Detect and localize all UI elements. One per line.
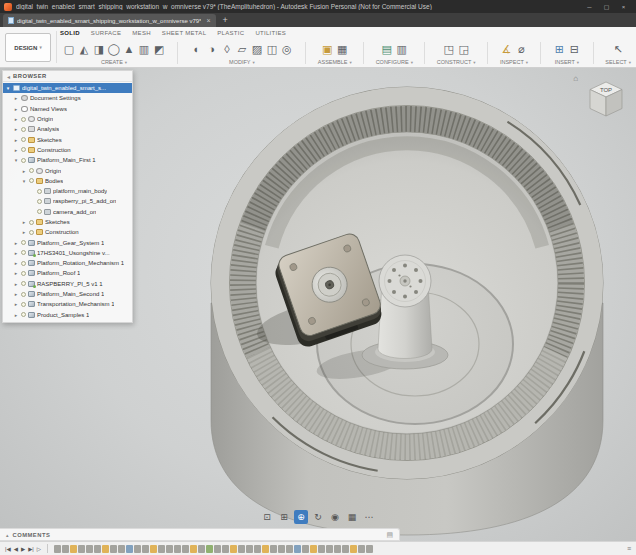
timeline-feature-icon[interactable] [286, 545, 293, 553]
ribbon-group-label[interactable]: INSERT▾ [555, 59, 579, 66]
browser-item[interactable]: ▸Analysis [3, 124, 132, 134]
select-arrow-icon[interactable]: ↖ [611, 42, 625, 58]
timeline-feature-icon[interactable] [166, 545, 173, 553]
caret-icon[interactable]: ▸ [21, 229, 27, 235]
go-to-end-icon[interactable]: ▶| [28, 546, 34, 552]
visibility-bulb-icon[interactable] [21, 158, 26, 163]
ribbon-group-label[interactable]: CREATE▾ [101, 59, 127, 66]
browser-item[interactable]: ▸Platform_Roof 1 [3, 268, 132, 278]
browser-item[interactable]: ▸Construction [3, 145, 132, 155]
configuration-icon[interactable]: ▥ [395, 42, 409, 58]
visibility-bulb-icon[interactable] [21, 302, 26, 307]
pattern-icon[interactable]: ◩ [152, 42, 166, 58]
visibility-bulb-icon[interactable] [21, 281, 26, 286]
offset-face-icon[interactable]: ◎ [280, 42, 294, 58]
visibility-bulb-icon[interactable] [21, 127, 26, 132]
ribbon-tab-plastic[interactable]: PLASTIC [217, 30, 244, 36]
browser-item[interactable]: ▸Construction [3, 227, 132, 237]
ribbon-group-label[interactable]: MODIFY▾ [229, 59, 255, 66]
timeline-feature-icon[interactable] [358, 545, 365, 553]
browser-item[interactable]: ▸Platform_Main_Second 1 [3, 289, 132, 299]
ribbon-tab-surface[interactable]: SURFACE [91, 30, 121, 36]
caret-icon[interactable]: ▸ [13, 126, 19, 132]
ribbon-group-label[interactable]: CONSTRUCT▾ [437, 59, 476, 66]
fillet-icon[interactable]: ◑ [205, 42, 219, 58]
timeline-feature-icon[interactable] [158, 545, 165, 553]
ribbon-tab-sheet-metal[interactable]: SHEET METAL [162, 30, 206, 36]
timeline-feature-icon[interactable] [174, 545, 181, 553]
ribbon-group-label[interactable]: SELECT▾ [605, 59, 631, 66]
display-settings-icon[interactable]: ▦ [345, 510, 359, 524]
browser-item[interactable]: ▸Origin [3, 114, 132, 124]
shell-icon[interactable]: ▱ [235, 42, 249, 58]
timeline-feature-icon[interactable] [366, 545, 373, 553]
caret-icon[interactable]: ▸ [13, 250, 19, 256]
timeline-feature-icon[interactable] [270, 545, 277, 553]
sweep-icon[interactable]: ▥ [137, 42, 151, 58]
visibility-bulb-icon[interactable] [21, 137, 26, 142]
insert-mesh-icon[interactable]: ⊞ [552, 42, 566, 58]
view-cube[interactable]: TOP [582, 76, 630, 124]
timeline-feature-icon[interactable] [334, 545, 341, 553]
timeline-feature-icon[interactable] [70, 545, 77, 553]
maximize-button[interactable]: ▢ [598, 0, 615, 13]
visibility-bulb-icon[interactable] [29, 168, 34, 173]
timeline-feature-icon[interactable] [294, 545, 301, 553]
caret-icon[interactable]: ▸ [13, 137, 19, 143]
play-icon[interactable]: ▷ [37, 546, 41, 552]
timeline-feature-icon[interactable] [238, 545, 245, 553]
caret-icon[interactable]: ▸ [13, 116, 19, 122]
caret-icon[interactable]: ▸ [13, 147, 19, 153]
visibility-bulb-icon[interactable] [21, 117, 26, 122]
timeline-feature-icon[interactable] [182, 545, 189, 553]
timeline-feature-icon[interactable] [254, 545, 261, 553]
minimize-button[interactable]: ─ [581, 0, 598, 13]
timeline-feature-icon[interactable] [342, 545, 349, 553]
browser-item[interactable]: platform_main_body [3, 186, 132, 196]
visibility-bulb-icon[interactable] [21, 250, 26, 255]
browser-item[interactable]: ▾Platform_Main_First 1 [3, 155, 132, 165]
browser-item[interactable]: ▸Named Views [3, 104, 132, 114]
visibility-bulb-icon[interactable] [21, 261, 26, 266]
new-tab-button[interactable]: + [223, 13, 228, 27]
ribbon-group-label[interactable]: INSPECT▾ [500, 59, 528, 66]
caret-icon[interactable]: ▸ [13, 312, 19, 318]
timeline-feature-icon[interactable] [222, 545, 229, 553]
visibility-bulb-icon[interactable] [21, 240, 26, 245]
timeline-feature-icon[interactable] [214, 545, 221, 553]
collapse-panel-icon[interactable]: ◂ [7, 73, 10, 80]
configure-table-icon[interactable]: ▤ [380, 42, 394, 58]
timeline-feature-icon[interactable] [246, 545, 253, 553]
step-back-icon[interactable]: ◀ [14, 546, 18, 552]
zoom-icon[interactable]: ⊕ [294, 510, 308, 524]
timeline-feature-icon[interactable] [318, 545, 325, 553]
browser-item[interactable]: ▸Transportation_Mechanism 1 [3, 299, 132, 309]
construction-axis-icon[interactable]: ◲ [457, 42, 471, 58]
browser-item[interactable]: ▸17HS3401_Usongshine v... [3, 248, 132, 258]
timeline-feature-icon[interactable] [110, 545, 117, 553]
timeline-feature-icon[interactable] [150, 545, 157, 553]
pan-icon[interactable]: ⊞ [277, 510, 291, 524]
browser-item[interactable]: ▸Origin [3, 165, 132, 175]
combine-icon[interactable]: ◫ [265, 42, 279, 58]
browser-item[interactable]: camera_add_on [3, 207, 132, 217]
timeline-feature-icon[interactable] [134, 545, 141, 553]
caret-icon[interactable]: ▸ [13, 301, 19, 307]
caret-icon[interactable]: ▾ [5, 85, 11, 91]
construction-plane-icon[interactable]: ◳ [442, 42, 456, 58]
visibility-bulb-icon[interactable] [37, 199, 42, 204]
timeline-feature-icon[interactable] [326, 545, 333, 553]
new-component-icon[interactable]: ▢ [62, 42, 76, 58]
timeline-feature-icon[interactable] [54, 545, 61, 553]
timeline-feature-icon[interactable] [190, 545, 197, 553]
caret-icon[interactable]: ▸ [13, 270, 19, 276]
caret-icon[interactable]: ▸ [13, 106, 19, 112]
timeline-feature-icon[interactable] [78, 545, 85, 553]
browser-item[interactable]: ▸Document Settings [3, 93, 132, 103]
timeline-feature-icon[interactable] [310, 545, 317, 553]
draft-icon[interactable]: ▨ [250, 42, 264, 58]
visibility-bulb-icon[interactable] [29, 178, 34, 183]
section-analysis-icon[interactable]: ⌀ [515, 42, 529, 58]
browser-item[interactable]: ▸Platform_Rotation_Mechanism 1 [3, 258, 132, 268]
visibility-bulb-icon[interactable] [21, 312, 26, 317]
